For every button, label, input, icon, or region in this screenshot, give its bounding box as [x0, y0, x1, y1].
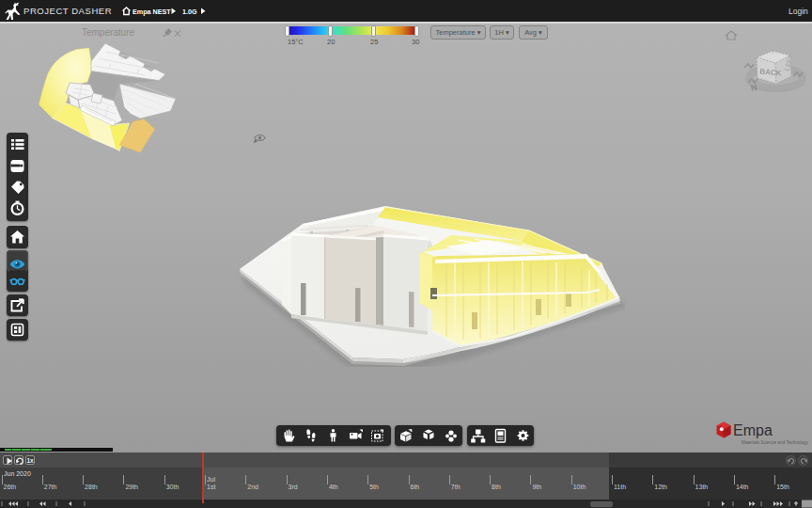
- svg-text:1.0G: 1.0G: [182, 8, 197, 16]
- svg-text:Empa NEST: Empa NEST: [133, 8, 171, 16]
